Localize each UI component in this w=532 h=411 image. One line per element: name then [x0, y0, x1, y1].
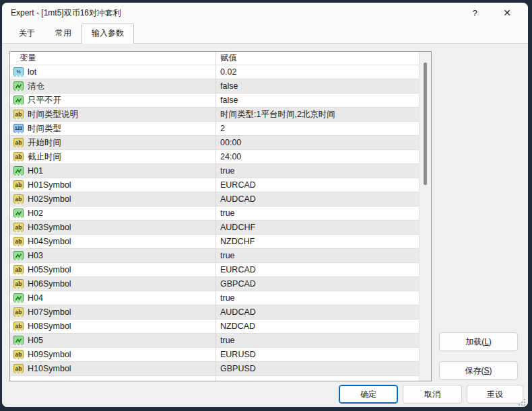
parameter-value[interactable]: true: [215, 207, 419, 220]
table-row[interactable]: ab H01Symbol EURCAD: [10, 178, 419, 192]
resize-grip-icon[interactable]: [517, 398, 525, 406]
bool-type-icon: [13, 293, 24, 303]
parameter-name: H05: [28, 336, 43, 345]
parameter-value[interactable]: 24:00: [215, 150, 419, 163]
parameter-value[interactable]: 时间类型:1平台时间,2北京时间: [215, 108, 419, 121]
column-divider[interactable]: [215, 52, 216, 381]
string-type-icon: ab: [13, 350, 24, 359]
cancel-button[interactable]: 取消: [403, 385, 462, 404]
scrollbar-thumb[interactable]: [424, 63, 427, 185]
window-title: Expert - [1mt5]双币16对冲套利: [11, 7, 463, 19]
table-row[interactable]: ab 截止时间 24:00: [10, 150, 419, 164]
table-row[interactable]: 只平不开 false: [10, 94, 419, 108]
parameter-value[interactable]: true: [215, 334, 419, 347]
parameter-value[interactable]: true: [215, 291, 419, 305]
parameter-name: H07Symbol: [28, 307, 71, 317]
parameter-name: H03: [28, 251, 43, 260]
parameter-name: H03Symbol: [28, 223, 71, 232]
load-button[interactable]: 加载(L): [439, 332, 518, 351]
table-row[interactable]: ab H08Symbol NZDCAD: [10, 320, 419, 334]
parameter-name: lot: [28, 67, 36, 77]
reset-button[interactable]: 重设: [467, 385, 523, 404]
parameter-value[interactable]: EURCAD: [215, 178, 419, 192]
window-controls: ? ✕: [463, 4, 519, 22]
table-row[interactable]: H02 true: [10, 207, 419, 221]
dialog-window: Expert - [1mt5]双币16对冲套利 ? ✕ 关于 常用 输入参数 变…: [2, 3, 528, 407]
dialog-pane: 变量 赋值 ½ lot 0.02 清仓: [2, 44, 528, 407]
parameter-value[interactable]: false: [215, 94, 419, 107]
table-row[interactable]: H04 true: [10, 291, 419, 305]
parameter-value[interactable]: AUDCAD: [215, 192, 419, 206]
screen-background: { "window": { "title": "Expert - [1mt5]双…: [0, 0, 532, 411]
parameter-value[interactable]: AUDCHF: [215, 221, 419, 234]
parameter-name: H01Symbol: [28, 180, 71, 190]
help-button[interactable]: ?: [463, 4, 486, 22]
tab-strip: 关于 常用 输入参数: [2, 23, 528, 44]
parameter-value[interactable]: AUDCAD: [215, 305, 419, 319]
bool-type-icon: [13, 336, 24, 345]
table-body: ½ lot 0.02 清仓 false: [10, 65, 419, 376]
table-row[interactable]: ab H05Symbol EURCAD: [10, 263, 419, 277]
vertical-scrollbar[interactable]: [419, 52, 431, 381]
parameter-value[interactable]: EURUSD: [215, 348, 419, 361]
bool-type-icon: [13, 166, 24, 176]
parameter-name: H06Symbol: [28, 279, 71, 289]
table-row[interactable]: ab H07Symbol AUDCAD: [10, 305, 419, 320]
parameter-name: 只平不开: [28, 95, 61, 106]
parameter-name: 开始时间: [28, 137, 61, 149]
table-row[interactable]: ab H04Symbol NZDCHF: [10, 235, 419, 249]
column-header-variable[interactable]: 变量: [10, 52, 215, 65]
parameter-value[interactable]: EURCAD: [215, 263, 419, 276]
string-type-icon: ab: [13, 265, 24, 274]
int-type-icon: 123: [13, 124, 24, 133]
parameter-value[interactable]: NZDCHF: [215, 235, 419, 248]
parameter-value[interactable]: 00:00: [215, 136, 419, 149]
table-row[interactable]: ab H02Symbol AUDCAD: [10, 192, 419, 207]
bool-type-icon: [13, 96, 24, 105]
parameter-value[interactable]: NZDCAD: [215, 320, 419, 333]
close-button[interactable]: ✕: [496, 4, 519, 22]
table-row[interactable]: ab 开始时间 00:00: [10, 136, 419, 150]
ok-button[interactable]: 确定: [339, 385, 398, 404]
parameter-name: 时间类型说明: [28, 109, 78, 120]
tab-about[interactable]: 关于: [9, 24, 45, 43]
parameters-table: 变量 赋值 ½ lot 0.02 清仓: [9, 51, 432, 381]
table-row[interactable]: ab 时间类型说明 时间类型:1平台时间,2北京时间: [10, 108, 419, 122]
parameter-name: H02Symbol: [28, 194, 71, 204]
table-row[interactable]: ab H10Symbol GBPUSD: [10, 362, 419, 376]
parameter-value[interactable]: true: [215, 249, 419, 262]
tab-inputs[interactable]: 输入参数: [81, 24, 134, 44]
table-content: 变量 赋值 ½ lot 0.02 清仓: [10, 52, 419, 381]
table-row[interactable]: H03 true: [10, 249, 419, 263]
parameter-name: H01: [28, 166, 43, 176]
table-row[interactable]: H01 true: [10, 164, 419, 178]
table-row[interactable]: 清仓 false: [10, 79, 419, 94]
string-type-icon: ab: [13, 138, 24, 147]
table-row[interactable]: ab H03Symbol AUDCHF: [10, 221, 419, 235]
parameter-value[interactable]: true: [215, 164, 419, 178]
parameter-value[interactable]: 0.02: [215, 65, 419, 79]
parameter-name: H08Symbol: [28, 322, 71, 331]
table-row[interactable]: 123 时间类型 2: [10, 122, 419, 136]
parameter-value[interactable]: GBPCAD: [215, 277, 419, 291]
save-button[interactable]: 保存(S): [439, 361, 518, 380]
parameter-name: 清仓: [28, 81, 44, 92]
string-type-icon: ab: [13, 180, 24, 190]
parameter-value[interactable]: GBPUSD: [215, 362, 419, 375]
string-type-icon: ab: [13, 152, 24, 161]
string-type-icon: ab: [13, 279, 24, 289]
double-type-icon: ½: [13, 67, 24, 77]
column-header-value[interactable]: 赋值: [215, 52, 419, 65]
tab-common[interactable]: 常用: [45, 24, 81, 43]
parameter-value[interactable]: 2: [215, 122, 419, 135]
parameter-name: 时间类型: [28, 123, 61, 135]
parameter-name: 截止时间: [28, 151, 61, 163]
string-type-icon: ab: [13, 364, 24, 373]
table-row[interactable]: ½ lot 0.02: [10, 65, 419, 79]
table-row[interactable]: ab H06Symbol GBPCAD: [10, 277, 419, 291]
table-row[interactable]: H05 true: [10, 334, 419, 348]
parameter-value[interactable]: false: [215, 79, 419, 93]
string-type-icon: ab: [13, 237, 24, 246]
table-row[interactable]: ab H09Symbol EURUSD: [10, 348, 419, 362]
string-type-icon: ab: [13, 194, 24, 204]
